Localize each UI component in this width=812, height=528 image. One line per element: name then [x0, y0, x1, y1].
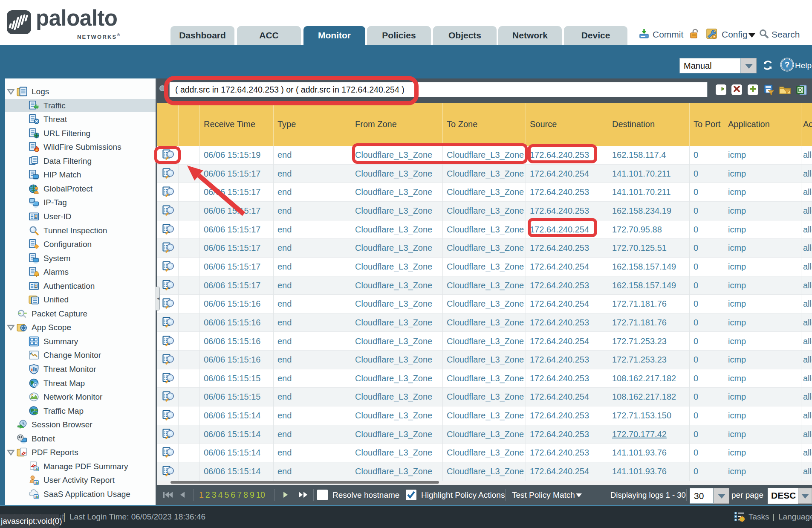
svg-text:?: ? — [785, 60, 790, 69]
